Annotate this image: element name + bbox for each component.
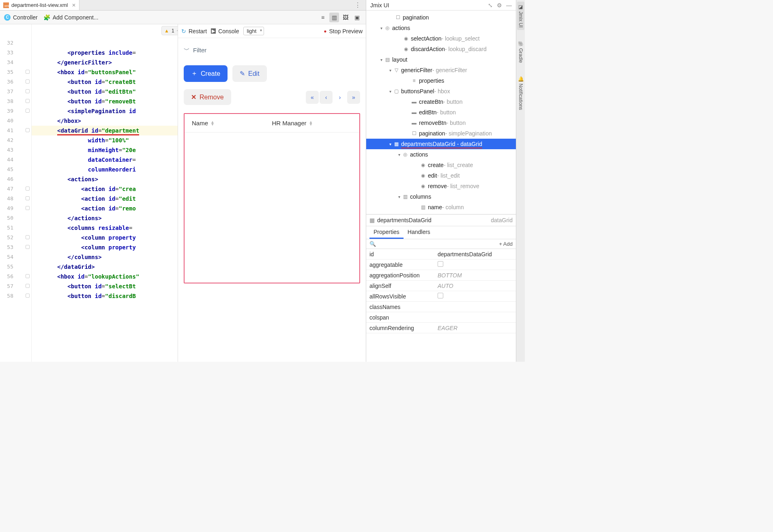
- code-line[interactable]: <actions>: [32, 174, 178, 184]
- tree-node-removeBtn[interactable]: ▬removeBtn - button: [366, 118, 516, 128]
- code-line[interactable]: <hbox id="lookupActions": [32, 272, 178, 281]
- view-text-icon[interactable]: ≡: [318, 13, 328, 22]
- chevron-icon[interactable]: ▾: [378, 26, 384, 30]
- code-line[interactable]: <action id="remo: [32, 204, 178, 213]
- controller-link[interactable]: C Controller: [4, 14, 38, 21]
- chevron-icon[interactable]: ▾: [387, 142, 393, 146]
- code-line[interactable]: minHeight="20e: [32, 145, 178, 155]
- console-button[interactable]: ▶ Console: [211, 28, 239, 34]
- tree-node-remove[interactable]: ◉remove - list_remove: [366, 181, 516, 191]
- prop-columnRendering[interactable]: columnRenderingEAGER: [366, 323, 516, 333]
- tree-node-layout[interactable]: ▾▤layout: [366, 54, 516, 65]
- fold-icon[interactable]: [26, 235, 30, 239]
- prev-highlight-icon[interactable]: ヘ: [177, 27, 178, 34]
- stop-preview-button[interactable]: ● Stop Preview: [324, 28, 363, 34]
- tree-node-actions[interactable]: ▾◎actions: [366, 149, 516, 160]
- prop-value[interactable]: departmentsDataGrid: [438, 251, 516, 257]
- chevron-icon[interactable]: ▾: [387, 89, 393, 94]
- code-line[interactable]: columnReorderi: [32, 165, 178, 174]
- code-line[interactable]: <simplePagination id: [32, 106, 178, 116]
- prop-classNames[interactable]: classNames: [366, 302, 516, 312]
- code-line[interactable]: <columns resizable=: [32, 223, 178, 233]
- code-line[interactable]: width="100%": [32, 135, 178, 145]
- filter-section[interactable]: ﹀ Filter: [184, 46, 360, 54]
- code-line[interactable]: </hbox>: [32, 116, 178, 126]
- minimize-icon[interactable]: —: [506, 2, 512, 9]
- tab-properties[interactable]: Properties: [369, 226, 404, 239]
- fold-icon[interactable]: [26, 245, 30, 249]
- code-line[interactable]: <dataGrid id="department: [32, 126, 178, 135]
- tree-node-actions[interactable]: ▾◎actions: [366, 23, 516, 33]
- prop-alignSelf[interactable]: alignSelfAUTO: [366, 281, 516, 291]
- prop-value[interactable]: EAGER: [438, 325, 516, 331]
- fold-icon[interactable]: [26, 99, 30, 103]
- code-line[interactable]: <action id="crea: [32, 184, 178, 194]
- tree-node-properties[interactable]: ≡properties: [366, 75, 516, 86]
- fold-icon[interactable]: [26, 284, 30, 288]
- view-image-icon[interactable]: 🖼: [341, 13, 350, 22]
- code-line[interactable]: <column property: [32, 242, 178, 252]
- fold-icon[interactable]: [26, 294, 30, 298]
- component-tree[interactable]: ☐pagination▾◎actions◉selectAction - look…: [366, 11, 516, 214]
- code-line[interactable]: </dataGrid>: [32, 262, 178, 272]
- file-tab[interactable]: xml department-list-view.xml ✕: [0, 0, 79, 10]
- checkbox[interactable]: [438, 261, 443, 267]
- tree-node-buttonsPanel[interactable]: ▾▢buttonsPanel - hbox: [366, 86, 516, 97]
- code-line[interactable]: </columns>: [32, 252, 178, 262]
- code-line[interactable]: <hbox id="buttonsPanel": [32, 67, 178, 77]
- fold-icon[interactable]: [26, 206, 30, 210]
- chevron-icon[interactable]: ▾: [396, 195, 402, 199]
- tree-node-editBtn[interactable]: ▬editBtn - button: [366, 107, 516, 118]
- tree-node-createBtn[interactable]: ▬createBtn - button: [366, 97, 516, 107]
- page-first-icon[interactable]: «: [306, 91, 319, 104]
- fold-icon[interactable]: [26, 109, 30, 113]
- fold-icon[interactable]: [26, 196, 30, 200]
- collapse-icon[interactable]: ⤡: [488, 2, 493, 9]
- restart-button[interactable]: ↻ Restart: [181, 28, 207, 34]
- code-line[interactable]: <button id="editBtn": [32, 87, 178, 97]
- fold-icon[interactable]: [26, 274, 30, 278]
- page-last-icon[interactable]: »: [347, 91, 360, 104]
- datagrid-preview[interactable]: Name ▲▼ HR Manager ▲▼: [184, 113, 360, 283]
- tree-node-create[interactable]: ◉create - list_create: [366, 160, 516, 170]
- inspection-widget[interactable]: ▲ 1 ヘ ﹀: [161, 26, 178, 35]
- edit-button[interactable]: ✎ Edit: [232, 65, 267, 82]
- fold-icon[interactable]: [26, 128, 30, 132]
- add-component-link[interactable]: 🧩 Add Component...: [43, 14, 99, 21]
- prop-aggregatable[interactable]: aggregatable: [366, 260, 516, 270]
- code-line[interactable]: <button id="discardB: [32, 291, 178, 301]
- remove-button[interactable]: ✕ Remove: [184, 89, 231, 105]
- prop-value[interactable]: [438, 293, 516, 300]
- view-preview-icon[interactable]: ▣: [352, 13, 362, 22]
- code-line[interactable]: <button id="removeBt: [32, 97, 178, 106]
- prop-allRowsVisible[interactable]: allRowsVisible: [366, 291, 516, 302]
- prop-value[interactable]: BOTTOM: [438, 272, 516, 279]
- code-line[interactable]: <column property: [32, 233, 178, 242]
- code-line[interactable]: [32, 38, 178, 48]
- close-tab-icon[interactable]: ✕: [72, 3, 76, 8]
- chevron-icon[interactable]: ▾: [378, 58, 384, 62]
- checkbox[interactable]: [438, 293, 443, 298]
- prop-aggregationPosition[interactable]: aggregationPositionBOTTOM: [366, 270, 516, 281]
- prop-value[interactable]: AUTO: [438, 283, 516, 289]
- view-split-icon[interactable]: ▥: [329, 13, 339, 22]
- fold-icon[interactable]: [26, 187, 30, 191]
- column-hr-manager[interactable]: HR Manager ▲▼: [272, 120, 352, 127]
- side-tab-gradle[interactable]: 🐘 Gradle: [517, 38, 524, 65]
- code-pane[interactable]: ▲ 1 ヘ ﹀ <properties include= </genericFi…: [32, 24, 178, 362]
- column-name[interactable]: Name ▲▼: [192, 120, 272, 127]
- prop-value[interactable]: [438, 261, 516, 268]
- tree-node-columns[interactable]: ▾▥columns: [366, 191, 516, 202]
- tree-node-name[interactable]: ▥name - column: [366, 202, 516, 212]
- code-line[interactable]: </genericFilter>: [32, 58, 178, 67]
- tree-node-pagination[interactable]: ☐pagination: [366, 12, 516, 23]
- side-tab-jmix-ui[interactable]: ◪ Jmix UI: [517, 2, 524, 30]
- add-property-button[interactable]: + Add: [499, 241, 513, 247]
- create-button[interactable]: ＋ Create: [184, 65, 228, 82]
- code-line[interactable]: </actions>: [32, 213, 178, 223]
- prop-id[interactable]: iddepartmentsDataGrid: [366, 249, 516, 260]
- code-line[interactable]: <button id="selectBt: [32, 281, 178, 291]
- tree-node-edit[interactable]: ◉edit - list_edit: [366, 170, 516, 181]
- tree-node-pagination[interactable]: ☐pagination - simplePagination: [366, 128, 516, 139]
- tab-handlers[interactable]: Handlers: [404, 226, 434, 239]
